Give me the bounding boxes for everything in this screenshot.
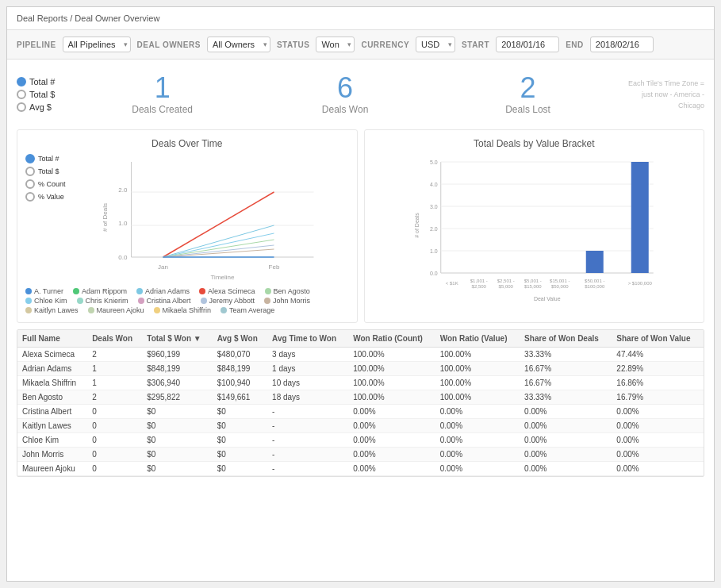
total-deals-by-value-chart: Total Deals by Value Bracket 0.0 1.0 2.0… <box>364 129 705 323</box>
col-deals-won: Deals Won <box>87 330 142 348</box>
svg-text:> $100,000: > $100,000 <box>627 281 652 286</box>
pipeline-select[interactable]: All Pipelines <box>63 37 131 52</box>
svg-line-12 <box>163 225 274 257</box>
radio-circle-3 <box>17 102 26 112</box>
col-total-won[interactable]: Total $ Won ▼ <box>142 330 212 348</box>
svg-text:$15,001 -: $15,001 - <box>550 279 570 283</box>
svg-text:0.0: 0.0 <box>430 271 438 276</box>
radio-avg-dollar[interactable]: Avg $ <box>17 102 55 112</box>
legend-maureen-ajoku: Maureen Ajoku <box>88 306 144 314</box>
legend-chloe-kim: Chloe Kim <box>25 297 67 305</box>
chart-legend: A. Turner Adam Rippom Adrian Adams Alexa… <box>25 287 349 314</box>
legend-ben-agosto: Ben Agosto <box>265 287 310 295</box>
chart-radio-pct-count[interactable]: % Count <box>25 179 66 189</box>
start-label: START <box>462 40 489 49</box>
svg-text:1.0: 1.0 <box>430 248 438 254</box>
deals-created-label: Deals Created <box>77 104 247 115</box>
chart-radio-group: Total # Total $ % Count % Value <box>25 154 66 202</box>
svg-text:# of Deals: # of Deals <box>102 203 109 232</box>
col-share-won-value: Share of Won Value <box>612 330 704 348</box>
deals-table: Full Name Deals Won Total $ Won ▼ Avg $ … <box>17 330 704 476</box>
end-date-input[interactable] <box>590 37 654 52</box>
currency-select[interactable]: USD <box>416 37 455 52</box>
filter-bar: PIPELINE All Pipelines DEAL OWNERS All O… <box>7 30 714 60</box>
main-content: Total # Total $ Avg $ 1 Deals Created 6 … <box>7 60 714 485</box>
svg-text:Timeline: Timeline <box>210 274 234 281</box>
svg-text:# of Deals: # of Deals <box>413 213 419 238</box>
pipeline-label: PIPELINE <box>17 40 56 49</box>
col-won-ratio-value: Won Ratio (Value) <box>435 330 520 348</box>
svg-text:0.0: 0.0 <box>118 254 128 261</box>
deals-over-time-chart: Deals Over Time Total # Total $ <box>17 129 358 323</box>
svg-text:1.0: 1.0 <box>118 220 128 227</box>
legend-john-morris: John Morris <box>264 297 310 305</box>
legend-cristina-albert: Cristina Albert <box>138 297 191 305</box>
metric-deals-lost: 2 Deals Lost <box>436 67 619 121</box>
currency-wrapper: USD <box>416 37 455 52</box>
table-row: Kaitlyn Lawes0$0$0-0.00%0.00%0.00%0.00% <box>17 419 704 433</box>
deals-created-number: 1 <box>77 74 247 102</box>
bar-15001-50000 <box>585 251 603 273</box>
radio-circle-2 <box>17 90 26 99</box>
total-deals-by-value-title: Total Deals by Value Bracket <box>373 138 696 149</box>
table-row: Ben Agosto2$295,822$149,66118 days100.00… <box>17 390 704 405</box>
start-date-input[interactable] <box>496 37 559 52</box>
radio-total-dollar[interactable]: Total $ <box>17 90 55 99</box>
radio-total-hash[interactable]: Total # <box>17 77 55 86</box>
svg-text:3.0: 3.0 <box>430 204 438 209</box>
deal-owners-select[interactable]: All Owners <box>207 37 270 52</box>
legend-adam-rippom: Adam Rippom <box>73 287 127 295</box>
svg-text:2.0: 2.0 <box>118 186 128 194</box>
deals-over-time-title: Deals Over Time <box>25 138 349 149</box>
deals-lost-number: 2 <box>443 74 612 102</box>
line-chart-svg: 0.0 1.0 2.0 Jan Feb Timeline <box>72 154 349 281</box>
svg-text:5.0: 5.0 <box>430 159 438 165</box>
legend-chris-knierim: Chris Knierim <box>77 297 128 305</box>
deals-won-number: 6 <box>260 74 430 102</box>
table-row: Chloe Kim0$0$0-0.00%0.00%0.00%0.00% <box>17 433 704 448</box>
bar-over-100000 <box>631 162 648 273</box>
table-header: Full Name Deals Won Total $ Won ▼ Avg $ … <box>17 330 704 348</box>
chart-with-options: Total # Total $ % Count % Value <box>25 154 349 282</box>
legend-adrian-adams: Adrian Adams <box>136 287 190 295</box>
svg-text:$50,001 -: $50,001 - <box>585 279 604 283</box>
legend-mikaela-shiffrin: Mikaela Shiffrin <box>154 306 211 314</box>
svg-text:$50,000: $50,000 <box>550 284 568 289</box>
svg-text:Deal Value: Deal Value <box>533 296 560 302</box>
svg-text:$5,000: $5,000 <box>498 284 513 289</box>
pipeline-wrapper: All Pipelines <box>63 37 131 52</box>
currency-label: CURRENCY <box>361 40 409 49</box>
deal-owners-label: DEAL OWNERS <box>137 40 201 49</box>
svg-text:$100,000: $100,000 <box>585 284 605 289</box>
col-avg-won: Avg $ Won <box>213 330 267 348</box>
table-body: Alexa Scimeca2$960,199$480,0703 days100.… <box>17 348 704 476</box>
svg-text:Feb: Feb <box>268 263 279 271</box>
svg-text:2.0: 2.0 <box>430 226 438 232</box>
legend-team-average: Team Average <box>221 306 274 314</box>
end-label: END <box>566 40 584 49</box>
table-row: Adrian Adams1$848,199$848,1991 days100.0… <box>17 362 704 376</box>
legend-jeremy-abbott: Jeremy Abbott <box>201 297 255 305</box>
status-label: STATUS <box>277 40 310 49</box>
table-row: Maureen Ajoku0$0$0-0.00%0.00%0.00%0.00% <box>17 462 704 476</box>
svg-text:4.0: 4.0 <box>430 182 438 187</box>
radio-circle-1 <box>17 77 26 86</box>
legend-alexa-scimeca: Alexa Scimeca <box>199 287 255 295</box>
data-table: Full Name Deals Won Total $ Won ▼ Avg $ … <box>17 329 704 477</box>
chart-radio-total-hash[interactable]: Total # <box>25 154 66 163</box>
table-row: Cristina Albert0$0$0-0.00%0.00%0.00%0.00… <box>17 405 704 419</box>
deals-lost-label: Deals Lost <box>443 104 612 115</box>
svg-text:Jan: Jan <box>158 263 168 271</box>
svg-text:$1,001 -: $1,001 - <box>470 279 487 283</box>
chart-radio-total-dollar[interactable]: Total $ <box>25 167 66 176</box>
status-select[interactable]: Won <box>316 37 355 52</box>
svg-text:$2,501 -: $2,501 - <box>497 279 514 283</box>
col-won-ratio-count: Won Ratio (Count) <box>348 330 435 348</box>
svg-text:$2,500: $2,500 <box>471 284 486 289</box>
deal-owners-wrapper: All Owners <box>207 37 270 52</box>
metrics-row: Total # Total $ Avg $ 1 Deals Created 6 … <box>17 67 704 121</box>
chart-radio-pct-value[interactable]: % Value <box>25 192 66 202</box>
col-share-won-deals: Share of Won Deals <box>520 330 612 348</box>
svg-text:< $1K: < $1K <box>445 281 458 286</box>
breadcrumb: Deal Reports / Deal Owner Overview <box>7 7 714 30</box>
